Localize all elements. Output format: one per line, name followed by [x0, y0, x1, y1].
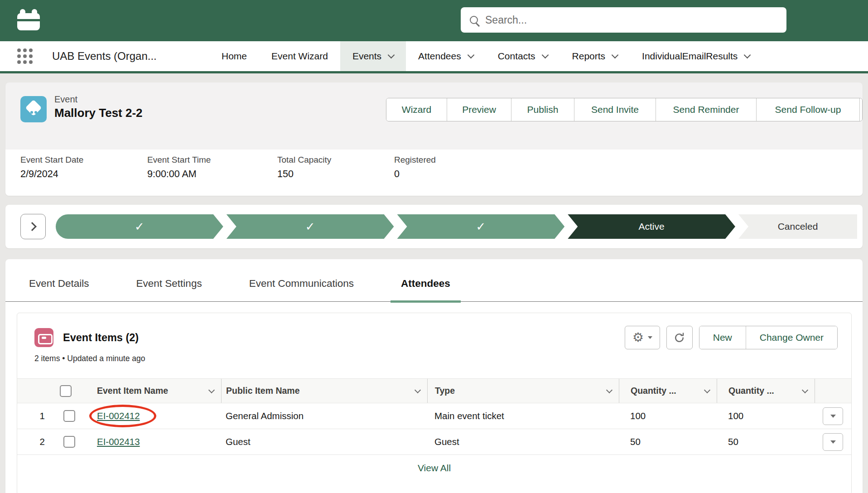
- global-header: [0, 0, 868, 41]
- wizard-button[interactable]: Wizard: [386, 98, 447, 121]
- event-items-related-list: Event Items (2) New Change Owner 2 items…: [17, 313, 852, 493]
- nav-tabs: Home Event Wizard Events Attendees Conta…: [209, 41, 762, 71]
- row-actions-button[interactable]: [823, 407, 843, 425]
- chevron-down-icon[interactable]: [388, 51, 395, 58]
- event-entity-icon: [20, 96, 47, 122]
- field-registered: Registered0: [394, 155, 436, 180]
- row-number-header: [17, 379, 51, 403]
- quantity-2-cell: 50: [717, 429, 815, 454]
- nav-tab-contacts[interactable]: Contacts: [486, 41, 560, 71]
- column-header-public-item-name[interactable]: Public Item Name: [221, 379, 427, 403]
- record-header-card: Event Mallory Test 2-2 Wizard Preview Pu…: [5, 82, 863, 196]
- calendar-icon: [17, 9, 40, 30]
- refresh-button[interactable]: [666, 326, 693, 349]
- list-settings-button[interactable]: [625, 326, 660, 349]
- event-items-table: Event Item Name Public Item Name Type Qu…: [17, 378, 851, 481]
- field-event-start-time: Event Start Time9:00:00 AM: [147, 155, 211, 180]
- public-item-name-cell: Guest: [221, 429, 427, 454]
- path-expand-icon: [28, 222, 37, 231]
- column-header-actions: [815, 379, 851, 403]
- tab-event-communications[interactable]: Event Communications: [239, 278, 364, 301]
- stage-path: Active Canceled: [56, 214, 857, 239]
- quantity-1-cell: 50: [619, 429, 717, 454]
- path-stage-canceled[interactable]: Canceled: [738, 214, 857, 239]
- path-stage-2-complete[interactable]: [227, 214, 394, 239]
- chevron-down-icon[interactable]: [704, 387, 710, 393]
- more-actions-button[interactable]: [859, 98, 862, 121]
- change-owner-button[interactable]: Change Owner: [746, 326, 837, 349]
- record-detail-tabs: Event Details Event Settings Event Commu…: [5, 259, 863, 302]
- field-total-capacity: Total Capacity150: [277, 155, 331, 180]
- row-actions-button[interactable]: [823, 433, 843, 451]
- chevron-down-icon[interactable]: [612, 51, 619, 58]
- event-item-link[interactable]: EI-002412: [97, 411, 140, 421]
- row-number: 2: [17, 429, 51, 454]
- view-all-row: View All: [17, 455, 851, 481]
- nav-tab-event-wizard[interactable]: Event Wizard: [259, 41, 340, 71]
- column-header-quantity-1[interactable]: Quantity ...: [619, 379, 717, 403]
- path-card: Active Canceled: [5, 205, 863, 248]
- check-icon: [476, 220, 486, 234]
- related-list-meta: 2 items • Updated a minute ago: [17, 354, 851, 363]
- nav-tab-attendees[interactable]: Attendees: [406, 41, 486, 71]
- related-list-actions: New Change Owner: [699, 326, 838, 349]
- checkbox[interactable]: [63, 436, 75, 448]
- path-expand-button[interactable]: [20, 214, 46, 239]
- search-input[interactable]: [485, 14, 777, 26]
- view-all-link[interactable]: View All: [418, 463, 451, 474]
- chevron-down-icon[interactable]: [541, 51, 549, 58]
- quantity-1-cell: 100: [619, 403, 717, 429]
- chevron-down-icon[interactable]: [802, 387, 808, 393]
- path-stage-1-complete[interactable]: [56, 214, 223, 239]
- publish-button[interactable]: Publish: [511, 98, 574, 121]
- related-list-header: Event Items (2) New Change Owner: [17, 313, 851, 349]
- type-cell: Guest: [427, 429, 619, 454]
- nav-tab-individualemailresults[interactable]: IndividualEmailResults: [630, 41, 762, 71]
- path-stage-3-complete[interactable]: [397, 214, 565, 239]
- ticket-icon: [34, 328, 53, 347]
- global-search[interactable]: [461, 7, 786, 33]
- event-item-link[interactable]: EI-002413: [97, 436, 140, 447]
- table-header-row: Event Item Name Public Item Name Type Qu…: [17, 378, 851, 403]
- path-stage-active[interactable]: Active: [568, 214, 735, 239]
- table-row: 2 EI-002413 Guest Guest 50 50: [17, 429, 851, 455]
- field-event-start-date: Event Start Date2/9/2024: [20, 155, 83, 180]
- column-header-type[interactable]: Type: [427, 379, 619, 403]
- public-item-name-cell: General Admission: [221, 403, 427, 429]
- column-header-event-item-name[interactable]: Event Item Name: [87, 379, 221, 403]
- checkbox[interactable]: [60, 385, 72, 397]
- row-number: 1: [17, 403, 51, 429]
- send-reminder-button[interactable]: Send Reminder: [656, 98, 756, 121]
- highlight-fields: Event Start Date2/9/2024 Event Start Tim…: [5, 150, 863, 196]
- send-invite-button[interactable]: Send Invite: [574, 98, 656, 121]
- nav-tab-home[interactable]: Home: [209, 41, 259, 71]
- record-title: Mallory Test 2-2: [54, 106, 143, 120]
- chevron-down-icon[interactable]: [606, 387, 612, 393]
- tab-event-settings[interactable]: Event Settings: [126, 278, 212, 301]
- app-launcher-icon[interactable]: [17, 48, 33, 64]
- new-button[interactable]: New: [699, 326, 746, 349]
- gear-icon: [632, 331, 644, 344]
- nav-tab-events[interactable]: Events: [340, 41, 406, 71]
- select-all-checkbox: [51, 379, 87, 403]
- type-cell: Main event ticket: [427, 403, 619, 429]
- column-header-quantity-2[interactable]: Quantity ...: [717, 379, 815, 403]
- row-actions-icon: [830, 440, 836, 444]
- related-list-title: Event Items (2): [63, 332, 139, 344]
- quantity-2-cell: 100: [717, 403, 815, 429]
- record-detail-card: Event Details Event Settings Event Commu…: [5, 259, 863, 493]
- preview-button[interactable]: Preview: [447, 98, 511, 121]
- record-actions: Wizard Preview Publish Send Invite Send …: [386, 98, 863, 121]
- search-icon: [470, 16, 478, 24]
- chevron-down-icon[interactable]: [467, 51, 474, 58]
- nav-tab-reports[interactable]: Reports: [560, 41, 630, 71]
- tab-attendees[interactable]: Attendees: [391, 278, 461, 301]
- chevron-down-icon[interactable]: [208, 387, 215, 393]
- row-actions-icon: [830, 415, 836, 418]
- chevron-down-icon[interactable]: [415, 387, 421, 393]
- chevron-down-icon[interactable]: [744, 51, 751, 58]
- send-follow-up-button[interactable]: Send Follow-up: [756, 98, 859, 121]
- app-name: UAB Events (Organ...: [52, 41, 157, 71]
- tab-event-details[interactable]: Event Details: [19, 278, 100, 301]
- checkbox[interactable]: [63, 410, 75, 422]
